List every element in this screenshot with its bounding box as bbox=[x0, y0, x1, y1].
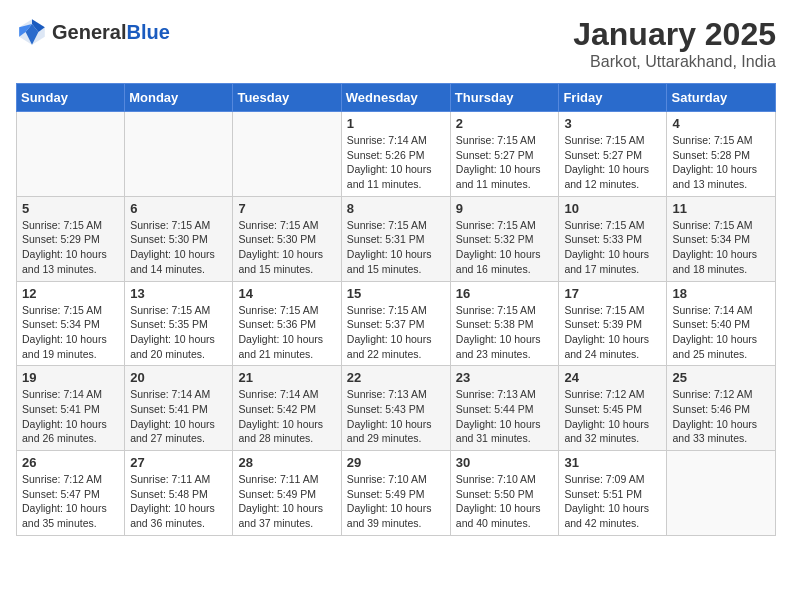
calendar-day-cell: 8Sunrise: 7:15 AM Sunset: 5:31 PM Daylig… bbox=[341, 196, 450, 281]
calendar-day-cell: 23Sunrise: 7:13 AM Sunset: 5:44 PM Dayli… bbox=[450, 366, 559, 451]
day-number: 11 bbox=[672, 201, 770, 216]
weekday-header-row: SundayMondayTuesdayWednesdayThursdayFrid… bbox=[17, 84, 776, 112]
weekday-header: Sunday bbox=[17, 84, 125, 112]
calendar-week-row: 19Sunrise: 7:14 AM Sunset: 5:41 PM Dayli… bbox=[17, 366, 776, 451]
day-info: Sunrise: 7:10 AM Sunset: 5:49 PM Dayligh… bbox=[347, 472, 445, 531]
calendar-day-cell: 21Sunrise: 7:14 AM Sunset: 5:42 PM Dayli… bbox=[233, 366, 341, 451]
calendar-day-cell: 22Sunrise: 7:13 AM Sunset: 5:43 PM Dayli… bbox=[341, 366, 450, 451]
day-number: 23 bbox=[456, 370, 554, 385]
day-number: 12 bbox=[22, 286, 119, 301]
day-info: Sunrise: 7:12 AM Sunset: 5:46 PM Dayligh… bbox=[672, 387, 770, 446]
weekday-header: Tuesday bbox=[233, 84, 341, 112]
day-number: 26 bbox=[22, 455, 119, 470]
day-number: 13 bbox=[130, 286, 227, 301]
day-info: Sunrise: 7:14 AM Sunset: 5:40 PM Dayligh… bbox=[672, 303, 770, 362]
calendar-day-cell: 15Sunrise: 7:15 AM Sunset: 5:37 PM Dayli… bbox=[341, 281, 450, 366]
day-number: 21 bbox=[238, 370, 335, 385]
calendar-day-cell: 30Sunrise: 7:10 AM Sunset: 5:50 PM Dayli… bbox=[450, 451, 559, 536]
day-number: 17 bbox=[564, 286, 661, 301]
day-number: 31 bbox=[564, 455, 661, 470]
calendar-week-row: 26Sunrise: 7:12 AM Sunset: 5:47 PM Dayli… bbox=[17, 451, 776, 536]
day-info: Sunrise: 7:15 AM Sunset: 5:28 PM Dayligh… bbox=[672, 133, 770, 192]
calendar-day-cell bbox=[667, 451, 776, 536]
day-info: Sunrise: 7:15 AM Sunset: 5:33 PM Dayligh… bbox=[564, 218, 661, 277]
calendar-day-cell: 31Sunrise: 7:09 AM Sunset: 5:51 PM Dayli… bbox=[559, 451, 667, 536]
day-number: 14 bbox=[238, 286, 335, 301]
calendar-day-cell: 14Sunrise: 7:15 AM Sunset: 5:36 PM Dayli… bbox=[233, 281, 341, 366]
day-info: Sunrise: 7:15 AM Sunset: 5:36 PM Dayligh… bbox=[238, 303, 335, 362]
day-number: 18 bbox=[672, 286, 770, 301]
calendar-day-cell: 28Sunrise: 7:11 AM Sunset: 5:49 PM Dayli… bbox=[233, 451, 341, 536]
calendar-day-cell: 4Sunrise: 7:15 AM Sunset: 5:28 PM Daylig… bbox=[667, 112, 776, 197]
calendar-day-cell: 29Sunrise: 7:10 AM Sunset: 5:49 PM Dayli… bbox=[341, 451, 450, 536]
day-number: 5 bbox=[22, 201, 119, 216]
calendar-day-cell: 25Sunrise: 7:12 AM Sunset: 5:46 PM Dayli… bbox=[667, 366, 776, 451]
logo-blue: Blue bbox=[126, 21, 169, 44]
day-number: 1 bbox=[347, 116, 445, 131]
day-number: 28 bbox=[238, 455, 335, 470]
day-number: 3 bbox=[564, 116, 661, 131]
calendar-day-cell: 26Sunrise: 7:12 AM Sunset: 5:47 PM Dayli… bbox=[17, 451, 125, 536]
location-title: Barkot, Uttarakhand, India bbox=[573, 53, 776, 71]
weekday-header: Wednesday bbox=[341, 84, 450, 112]
calendar-day-cell: 2Sunrise: 7:15 AM Sunset: 5:27 PM Daylig… bbox=[450, 112, 559, 197]
calendar-day-cell: 24Sunrise: 7:12 AM Sunset: 5:45 PM Dayli… bbox=[559, 366, 667, 451]
day-info: Sunrise: 7:15 AM Sunset: 5:35 PM Dayligh… bbox=[130, 303, 227, 362]
calendar-day-cell: 19Sunrise: 7:14 AM Sunset: 5:41 PM Dayli… bbox=[17, 366, 125, 451]
day-info: Sunrise: 7:12 AM Sunset: 5:45 PM Dayligh… bbox=[564, 387, 661, 446]
day-info: Sunrise: 7:11 AM Sunset: 5:48 PM Dayligh… bbox=[130, 472, 227, 531]
day-number: 24 bbox=[564, 370, 661, 385]
day-info: Sunrise: 7:15 AM Sunset: 5:31 PM Dayligh… bbox=[347, 218, 445, 277]
calendar-day-cell bbox=[233, 112, 341, 197]
calendar-table: SundayMondayTuesdayWednesdayThursdayFrid… bbox=[16, 83, 776, 536]
page-header: GeneralBlue January 2025 Barkot, Uttarak… bbox=[16, 16, 776, 71]
day-info: Sunrise: 7:14 AM Sunset: 5:42 PM Dayligh… bbox=[238, 387, 335, 446]
day-number: 10 bbox=[564, 201, 661, 216]
calendar-day-cell: 5Sunrise: 7:15 AM Sunset: 5:29 PM Daylig… bbox=[17, 196, 125, 281]
weekday-header: Friday bbox=[559, 84, 667, 112]
day-number: 9 bbox=[456, 201, 554, 216]
day-number: 15 bbox=[347, 286, 445, 301]
calendar-day-cell: 3Sunrise: 7:15 AM Sunset: 5:27 PM Daylig… bbox=[559, 112, 667, 197]
day-info: Sunrise: 7:14 AM Sunset: 5:41 PM Dayligh… bbox=[22, 387, 119, 446]
day-number: 4 bbox=[672, 116, 770, 131]
weekday-header: Thursday bbox=[450, 84, 559, 112]
logo-general: General bbox=[52, 21, 126, 44]
day-info: Sunrise: 7:15 AM Sunset: 5:34 PM Dayligh… bbox=[22, 303, 119, 362]
day-info: Sunrise: 7:15 AM Sunset: 5:32 PM Dayligh… bbox=[456, 218, 554, 277]
calendar-body: 1Sunrise: 7:14 AM Sunset: 5:26 PM Daylig… bbox=[17, 112, 776, 536]
day-info: Sunrise: 7:15 AM Sunset: 5:27 PM Dayligh… bbox=[564, 133, 661, 192]
logo: GeneralBlue bbox=[16, 16, 170, 48]
day-number: 6 bbox=[130, 201, 227, 216]
day-info: Sunrise: 7:15 AM Sunset: 5:37 PM Dayligh… bbox=[347, 303, 445, 362]
day-info: Sunrise: 7:15 AM Sunset: 5:27 PM Dayligh… bbox=[456, 133, 554, 192]
calendar-day-cell: 20Sunrise: 7:14 AM Sunset: 5:41 PM Dayli… bbox=[125, 366, 233, 451]
calendar-week-row: 5Sunrise: 7:15 AM Sunset: 5:29 PM Daylig… bbox=[17, 196, 776, 281]
weekday-header: Saturday bbox=[667, 84, 776, 112]
day-info: Sunrise: 7:15 AM Sunset: 5:30 PM Dayligh… bbox=[238, 218, 335, 277]
day-info: Sunrise: 7:14 AM Sunset: 5:41 PM Dayligh… bbox=[130, 387, 227, 446]
day-info: Sunrise: 7:15 AM Sunset: 5:30 PM Dayligh… bbox=[130, 218, 227, 277]
day-info: Sunrise: 7:12 AM Sunset: 5:47 PM Dayligh… bbox=[22, 472, 119, 531]
calendar-day-cell: 12Sunrise: 7:15 AM Sunset: 5:34 PM Dayli… bbox=[17, 281, 125, 366]
day-number: 22 bbox=[347, 370, 445, 385]
day-info: Sunrise: 7:14 AM Sunset: 5:26 PM Dayligh… bbox=[347, 133, 445, 192]
calendar-day-cell bbox=[17, 112, 125, 197]
day-info: Sunrise: 7:13 AM Sunset: 5:44 PM Dayligh… bbox=[456, 387, 554, 446]
calendar-day-cell: 6Sunrise: 7:15 AM Sunset: 5:30 PM Daylig… bbox=[125, 196, 233, 281]
calendar-day-cell: 10Sunrise: 7:15 AM Sunset: 5:33 PM Dayli… bbox=[559, 196, 667, 281]
calendar-day-cell: 18Sunrise: 7:14 AM Sunset: 5:40 PM Dayli… bbox=[667, 281, 776, 366]
day-info: Sunrise: 7:09 AM Sunset: 5:51 PM Dayligh… bbox=[564, 472, 661, 531]
day-info: Sunrise: 7:15 AM Sunset: 5:39 PM Dayligh… bbox=[564, 303, 661, 362]
day-number: 25 bbox=[672, 370, 770, 385]
calendar-day-cell: 16Sunrise: 7:15 AM Sunset: 5:38 PM Dayli… bbox=[450, 281, 559, 366]
calendar-week-row: 12Sunrise: 7:15 AM Sunset: 5:34 PM Dayli… bbox=[17, 281, 776, 366]
calendar-day-cell: 1Sunrise: 7:14 AM Sunset: 5:26 PM Daylig… bbox=[341, 112, 450, 197]
day-info: Sunrise: 7:13 AM Sunset: 5:43 PM Dayligh… bbox=[347, 387, 445, 446]
day-number: 2 bbox=[456, 116, 554, 131]
day-number: 19 bbox=[22, 370, 119, 385]
month-title: January 2025 bbox=[573, 16, 776, 53]
day-number: 16 bbox=[456, 286, 554, 301]
day-number: 30 bbox=[456, 455, 554, 470]
day-info: Sunrise: 7:15 AM Sunset: 5:29 PM Dayligh… bbox=[22, 218, 119, 277]
